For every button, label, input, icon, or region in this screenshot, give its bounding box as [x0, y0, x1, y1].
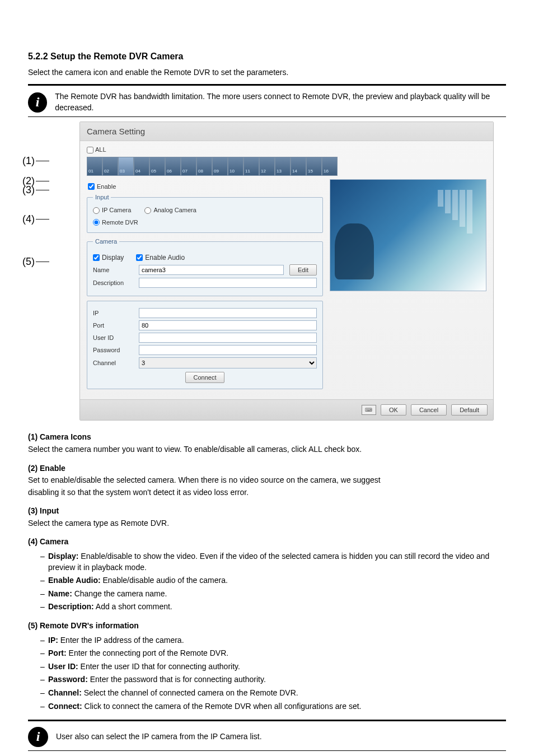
def5-ch-label: Channel:	[48, 688, 82, 697]
ip-camera-label: IP Camera	[102, 206, 131, 214]
ip-field[interactable]	[139, 308, 317, 318]
enable-camera-label: Enable	[97, 183, 116, 191]
def2-body-prefix: Set to enable/disable the selected camer…	[28, 475, 506, 486]
def5-user-text: Enter the user ID that for connecting au…	[78, 662, 240, 671]
camera-icon-02[interactable]: 02	[102, 157, 118, 176]
def4-head: (4) Camera	[28, 536, 506, 548]
camera-group: Camera Display Enable Audio Name Edit	[87, 237, 323, 296]
camera-icon-10[interactable]: 10	[228, 157, 243, 176]
camera-icon-16[interactable]: 16	[322, 157, 338, 176]
enable-audio-checkbox[interactable]	[136, 254, 143, 261]
callout-3: (3)	[22, 183, 35, 197]
camera-icon-14[interactable]: 14	[291, 157, 306, 176]
display-label: Display	[102, 253, 124, 263]
dialog-title: Camera Setting	[80, 122, 493, 141]
edit-button[interactable]: Edit	[289, 264, 317, 276]
default-button[interactable]: Default	[451, 404, 488, 416]
camera-icon-08[interactable]: 08	[196, 157, 212, 176]
camera-icon-06[interactable]: 06	[165, 157, 181, 176]
def5-ip-label: IP:	[48, 636, 58, 645]
ok-button[interactable]: OK	[381, 404, 406, 416]
def4-desc-text: Add a short comment.	[94, 602, 172, 611]
def2-body-suffix: disabling it so that the system won't de…	[28, 487, 506, 498]
description-field[interactable]	[139, 278, 317, 288]
ip-camera-radio[interactable]	[93, 207, 100, 214]
port-field[interactable]	[139, 320, 317, 330]
analog-camera-radio[interactable]	[144, 207, 151, 214]
camera-setting-dialog: Camera Setting ALL 010203040506070809101…	[79, 122, 494, 421]
camera-icons-strip: 01020304050607080910111213141516	[87, 157, 486, 176]
def4-enableaudio-label: Enable Audio:	[48, 576, 101, 585]
def1-head: (1) Camera Icons	[28, 432, 506, 443]
camera-icon-13[interactable]: 13	[275, 157, 291, 176]
def4-display-label: Display:	[48, 552, 78, 561]
all-cameras-checkbox[interactable]	[87, 147, 93, 153]
connection-group: IP Port User ID	[87, 301, 323, 389]
camera-legend: Camera	[93, 237, 119, 246]
user-field-label: User ID	[93, 334, 133, 342]
def5-port-label: Port:	[48, 648, 67, 657]
def4-desc-label: Description:	[48, 602, 94, 611]
info-icon: i	[28, 92, 47, 113]
def5-port-text: Enter the connecting port of the Remote …	[67, 648, 229, 657]
def4-display-text: Enable/disable to show the video. Even i…	[48, 552, 489, 572]
input-legend: Input	[93, 193, 111, 202]
callout-1: (1)	[22, 154, 35, 168]
camera-icon-03[interactable]: 03	[118, 157, 134, 176]
def5-connect-label: Connect:	[48, 702, 82, 711]
def5-pw-text: Enter the password that is for connectin…	[88, 675, 266, 684]
input-group: Input IP Camera Analog Camera Remote DVR	[87, 193, 323, 233]
analog-camera-label: Analog Camera	[153, 206, 196, 214]
camera-icon-12[interactable]: 12	[259, 157, 275, 176]
def4-name-text: Change the camera name.	[72, 589, 167, 598]
def5-head: (5) Remote DVR's information	[28, 620, 506, 632]
camera-icon-11[interactable]: 11	[243, 157, 259, 176]
enable-audio-label: Enable Audio	[145, 253, 185, 263]
def2-head: (2) Enable	[28, 463, 506, 474]
intro-text: Select the camera icon and enable the Re…	[28, 67, 506, 78]
def5-user-label: User ID:	[48, 662, 78, 671]
def4-enableaudio-text: Enable/disable audio of the camera.	[101, 576, 228, 585]
remote-dvr-radio[interactable]	[93, 219, 100, 226]
camera-icon-05[interactable]: 05	[149, 157, 165, 176]
all-cameras-label: ALL	[95, 146, 106, 154]
cancel-button[interactable]: Cancel	[411, 404, 447, 416]
camera-icon-07[interactable]: 07	[181, 157, 196, 176]
callout-5: (5)	[22, 255, 35, 269]
camera-icon-01[interactable]: 01	[87, 157, 102, 176]
camera-icon-09[interactable]: 09	[212, 157, 228, 176]
user-field[interactable]	[139, 333, 317, 343]
camera-icon-15[interactable]: 15	[306, 157, 322, 176]
def5-ch-text: Select the channel of connected camera o…	[82, 688, 298, 697]
password-field[interactable]	[139, 345, 317, 355]
password-field-label: Password	[93, 346, 133, 354]
port-field-label: Port	[93, 321, 133, 330]
note-text-1: The Remote DVR has bandwidth limitation.…	[55, 91, 506, 113]
rule-thin-2	[28, 750, 506, 751]
ip-field-label: IP	[93, 309, 133, 318]
camera-preview	[330, 179, 486, 291]
connect-button[interactable]: Connect	[185, 372, 225, 383]
def5-ip-text: Enter the IP address of the camera.	[58, 636, 184, 645]
def3-body: Select the camera type as Remote DVR.	[28, 518, 506, 529]
display-checkbox[interactable]	[93, 254, 100, 261]
description-field-label: Description	[93, 279, 133, 287]
channel-field-label: Channel	[93, 359, 133, 367]
note-text-2: User also can select the IP camera from …	[56, 731, 262, 743]
section-heading: 5.2.2 Setup the Remote DVR Camera	[28, 50, 506, 63]
def1-body: Select the camera number you want to vie…	[28, 444, 506, 455]
rule-thin-1	[28, 116, 506, 117]
def4-name-label: Name:	[48, 589, 72, 598]
def3-head: (3) Input	[28, 506, 506, 517]
name-field-label: Name	[93, 266, 133, 274]
info-icon-2: i	[28, 727, 48, 747]
channel-select[interactable]: 3	[139, 357, 317, 368]
callout-4: (4)	[22, 212, 35, 226]
keyboard-icon[interactable]: ⌨	[362, 405, 376, 415]
name-field[interactable]	[139, 265, 284, 275]
remote-dvr-label: Remote DVR	[102, 218, 138, 227]
camera-icon-04[interactable]: 04	[134, 157, 149, 176]
def5-pw-label: Password:	[48, 675, 88, 684]
def5-connect-text: Click to connect the camera of the Remot…	[82, 702, 362, 711]
enable-camera-checkbox[interactable]	[88, 183, 95, 190]
